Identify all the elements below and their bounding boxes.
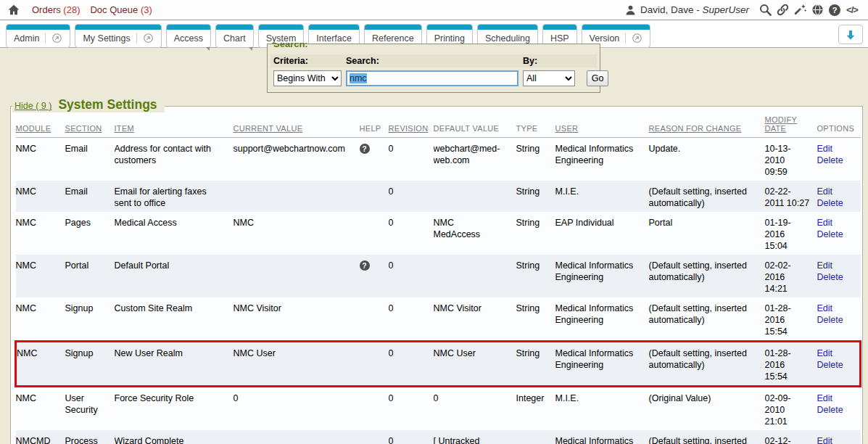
launch-icon[interactable] [136, 33, 154, 44]
top-bar: Orders (28) Doc Queue (3) David, Dave - … [0, 0, 868, 20]
help-icon[interactable]: ? [360, 144, 370, 154]
hide-link[interactable]: Hide ( 9 ) [15, 101, 51, 111]
edit-link[interactable]: Edit [817, 217, 853, 229]
orders-link[interactable]: Orders (28) [32, 4, 80, 15]
delete-link[interactable]: Delete [817, 359, 853, 371]
go-button[interactable]: Go [587, 70, 608, 86]
help-icon[interactable]: ? [826, 2, 843, 18]
search-label: Search: [346, 56, 523, 66]
col-header-user[interactable]: USER [555, 112, 649, 138]
settings-table: MODULE SECTION ITEM CURRENT VALUE HELP R… [15, 112, 861, 444]
table-row: NMCMD Process Wizard Complete 0 [ Untrac… [16, 430, 861, 444]
launch-icon[interactable] [45, 33, 62, 44]
tab-my-settings[interactable]: My Settings [75, 24, 161, 48]
search-input[interactable]: nmc [346, 70, 518, 86]
col-header-item[interactable]: ITEM [115, 112, 233, 138]
help-icon[interactable]: ? [360, 260, 370, 271]
arrow-down-icon [845, 29, 856, 41]
criteria-select[interactable]: Begins With [273, 70, 342, 86]
edit-link[interactable]: Edit [817, 186, 853, 197]
delete-link[interactable]: Delete [817, 155, 853, 166]
col-header-module[interactable]: MODULE [16, 112, 65, 138]
system-settings-panel: Hide ( 9 ) System Settings MODULE SECTIO… [10, 106, 863, 444]
page-title: System Settings [58, 97, 157, 112]
by-label: By: [523, 56, 582, 66]
table-row: NMC Email Address for contact with custo… [16, 138, 861, 181]
table-row-highlighted: NMC Signup New User Realm NMC User 0 NMC… [16, 342, 861, 387]
col-header-section[interactable]: SECTION [65, 112, 115, 138]
col-header-help: HELP [360, 112, 389, 138]
home-icon[interactable] [7, 4, 20, 16]
code-icon[interactable]: </> [843, 2, 861, 18]
table-row: NMC Pages Medical Access NMC 0 NMC MedAc… [16, 212, 861, 255]
tab-access[interactable]: Access [166, 24, 211, 48]
delete-link[interactable]: Delete [817, 314, 853, 326]
col-header-current-value[interactable]: CURRENT VALUE [233, 112, 360, 138]
delete-link[interactable]: Delete [817, 229, 853, 240]
user-role: SuperUser [702, 4, 749, 15]
delete-link[interactable]: Delete [817, 271, 853, 283]
table-row: NMC User Security Force Security Role 0 … [16, 387, 861, 431]
col-header-type: TYPE [516, 112, 555, 138]
edit-link[interactable]: Edit [817, 303, 853, 314]
edit-link[interactable]: Edit [817, 392, 853, 404]
person-icon [625, 4, 636, 16]
criteria-label: Criteria: [273, 56, 346, 66]
table-row: NMC Email Email for alerting faxes sent … [16, 181, 861, 212]
launch-icon[interactable] [625, 33, 642, 44]
edit-link[interactable]: Edit [817, 143, 853, 155]
col-header-modify-date[interactable]: MODIFY DATE [765, 112, 817, 138]
delete-link[interactable]: Delete [817, 404, 853, 416]
globe-icon[interactable] [809, 2, 826, 18]
doc-queue-link[interactable]: Doc Queue (3) [90, 4, 152, 15]
delete-link[interactable]: Delete [817, 197, 853, 209]
col-header-revision[interactable]: REVISION [389, 112, 434, 138]
user-name: David, Dave - [640, 4, 703, 15]
wand-icon[interactable] [791, 2, 809, 18]
search-panel: Search: Criteria: Search: By: Begins Wit… [267, 44, 600, 93]
edit-link[interactable]: Edit [817, 348, 853, 359]
edit-link[interactable]: Edit [817, 260, 853, 271]
table-header-row: MODULE SECTION ITEM CURRENT VALUE HELP R… [16, 112, 861, 138]
current-user[interactable]: David, Dave - SuperUser [625, 4, 749, 16]
scroll-down-button[interactable] [838, 25, 863, 44]
by-select[interactable]: All [523, 70, 575, 86]
col-header-reason[interactable]: REASON FOR CHANGE [649, 112, 765, 138]
search-icon[interactable] [756, 2, 774, 18]
col-header-options: OPTIONS [817, 112, 861, 138]
edit-link[interactable]: Edit [817, 435, 853, 444]
col-header-default-value: DEFAULT VALUE [434, 112, 516, 138]
table-row: NMC Portal Default Portal ? 0 String Med… [16, 255, 861, 297]
tab-admin[interactable]: Admin [6, 24, 70, 48]
search-legend: Search: [273, 43, 308, 53]
tab-chart[interactable]: Chart [215, 24, 254, 48]
link-icon[interactable] [774, 2, 791, 18]
table-row: NMC Signup Custom Site Realm NMC Visitor… [16, 297, 861, 342]
